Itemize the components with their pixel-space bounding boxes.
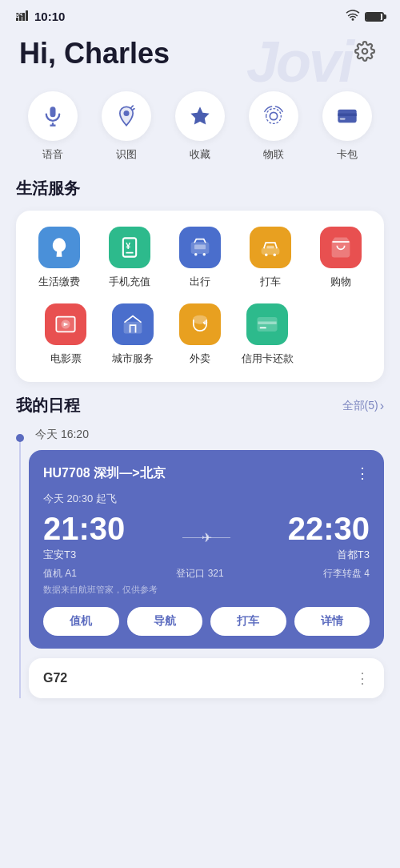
quick-action-recognition[interactable]: 识图 — [102, 91, 151, 162]
wallet-icon-circle — [322, 91, 372, 141]
battery-icon — [365, 12, 384, 22]
favorites-label: 收藏 — [190, 147, 210, 162]
svg-rect-0 — [16, 18, 18, 21]
service-creditcard[interactable]: 信用卡还款 — [234, 303, 301, 366]
shopping-label: 购物 — [330, 275, 351, 289]
transport-label: 出行 — [190, 275, 210, 289]
svg-rect-20 — [262, 248, 279, 254]
food-label: 外卖 — [190, 352, 210, 366]
arrival-airport: 首都T3 — [288, 548, 370, 562]
status-bar: 5G 10:10 — [0, 0, 400, 29]
flight-card-header: HU7708 深圳—>北京 ⋮ — [43, 464, 370, 482]
svg-rect-3 — [26, 10, 28, 21]
iot-icon-circle — [249, 91, 298, 141]
quick-action-voice[interactable]: 语音 — [28, 91, 78, 162]
gate-info: 登记口 321 — [176, 567, 223, 581]
svg-point-9 — [124, 111, 130, 116]
service-cityservice[interactable]: 城市服务 — [99, 303, 166, 366]
flight-note: 数据来自航班管家，仅供参考 — [43, 584, 370, 596]
iot-label: 物联 — [263, 147, 284, 162]
favorites-icon-circle — [175, 91, 225, 141]
taxi-button[interactable]: 打车 — [210, 607, 286, 636]
flight-card: HU7708 深圳—>北京 ⋮ 今天 20:30 起飞 21:30 宝安T3 2… — [29, 450, 384, 649]
timeline-today-time: 今天 16:20 — [29, 428, 384, 442]
timeline-dot — [16, 434, 24, 442]
schedule-title: 我的日程 — [16, 395, 80, 416]
svg-text:¥: ¥ — [126, 241, 130, 251]
taxi-icon — [250, 227, 291, 268]
service-recharge[interactable]: ¥ 手机充值 — [101, 227, 158, 289]
svg-rect-23 — [266, 246, 274, 249]
service-transport[interactable]: 出行 — [171, 227, 229, 289]
status-right — [346, 10, 384, 23]
svg-rect-11 — [338, 114, 356, 117]
services-row-1: 生活缴费 ¥ 手机充值 出行 打车 — [24, 227, 376, 289]
quick-action-wallet[interactable]: 卡包 — [322, 91, 372, 162]
arrival-block: 22:30 首都T3 — [288, 512, 370, 562]
flight-departure-info: 今天 20:30 起飞 — [43, 492, 370, 506]
departure-time: 21:30 — [43, 512, 125, 545]
service-food[interactable]: 外卖 — [166, 303, 234, 366]
wifi-icon — [346, 10, 360, 23]
service-taxi[interactable]: 打车 — [242, 227, 299, 289]
transport-icon — [179, 227, 221, 268]
schedule-header: 我的日程 全部(5) › — [16, 395, 384, 416]
status-left: 5G 10:10 — [16, 10, 65, 23]
signal-icon: 5G — [16, 10, 30, 23]
movie-label: 电影票 — [50, 352, 82, 366]
recognition-label: 识图 — [116, 147, 137, 162]
departure-airport: 宝安T3 — [43, 548, 125, 562]
page-title: Hi, Charles — [19, 37, 170, 70]
flight-route-label: HU7708 深圳—>北京 — [43, 465, 166, 482]
flight-no: HU7708 — [43, 466, 90, 480]
creditcard-icon — [246, 303, 288, 345]
svg-rect-34 — [260, 328, 266, 329]
next-card-menu-icon[interactable]: ⋮ — [355, 669, 370, 687]
life-services-section: 生活服务 生活缴费 ¥ 手机充值 出行 — [0, 178, 400, 395]
svg-rect-12 — [340, 118, 346, 119]
services-card: 生活缴费 ¥ 手机充值 出行 打车 — [16, 211, 384, 382]
next-card-preview: G72 ⋮ — [29, 658, 384, 698]
svg-rect-29 — [125, 323, 142, 333]
service-utility[interactable]: 生活缴费 — [30, 227, 88, 289]
movie-icon — [45, 303, 86, 345]
svg-point-22 — [274, 254, 277, 257]
cityservice-label: 城市服务 — [112, 352, 154, 366]
voice-label: 语音 — [42, 147, 63, 162]
details-button[interactable]: 详情 — [294, 607, 370, 636]
settings-button[interactable] — [349, 38, 381, 70]
flight-route: 深圳—>北京 — [94, 466, 165, 480]
schedule-section: 我的日程 全部(5) › 今天 16:20 HU7708 深圳—>北京 ⋮ 今天… — [0, 395, 400, 714]
arrival-time: 22:30 — [288, 512, 370, 545]
recognition-icon-circle — [102, 91, 151, 141]
voice-icon-circle — [28, 91, 78, 141]
navigate-button[interactable]: 导航 — [127, 607, 203, 636]
flight-arrow-line — [182, 537, 230, 538]
svg-rect-17 — [194, 245, 206, 250]
flight-actions: 值机 导航 打车 详情 — [43, 607, 370, 636]
cityservice-icon — [112, 303, 154, 345]
quick-action-favorites[interactable]: 收藏 — [175, 91, 225, 162]
svg-rect-15 — [126, 252, 133, 254]
service-shopping[interactable]: 购物 — [312, 227, 370, 289]
creditcard-label: 信用卡还款 — [242, 352, 294, 366]
flight-times: 21:30 宝安T3 22:30 首都T3 — [43, 512, 370, 562]
svg-point-18 — [194, 253, 198, 256]
taxi-label: 打车 — [260, 275, 281, 289]
services-row-2: 电影票 城市服务 外卖 信用卡还款 — [24, 303, 376, 366]
wallet-label: 卡包 — [337, 147, 358, 162]
flight-arrow — [182, 537, 230, 538]
service-movie[interactable]: 电影票 — [32, 303, 99, 366]
status-time: 10:10 — [34, 10, 65, 23]
recharge-icon: ¥ — [109, 227, 150, 268]
flight-menu-icon[interactable]: ⋮ — [355, 464, 370, 482]
utility-icon — [38, 227, 80, 268]
quick-action-iot[interactable]: 物联 — [249, 91, 298, 162]
timeline: 今天 16:20 HU7708 深圳—>北京 ⋮ 今天 20:30 起飞 21:… — [16, 428, 384, 698]
checkin-button[interactable]: 值机 — [43, 607, 119, 636]
flight-info-row: 值机 A1 登记口 321 行李转盘 4 — [43, 567, 370, 581]
svg-point-19 — [203, 253, 206, 256]
schedule-all-button[interactable]: 全部(5) › — [342, 399, 384, 413]
departure-block: 21:30 宝安T3 — [43, 512, 125, 562]
utility-label: 生活缴费 — [38, 275, 80, 289]
